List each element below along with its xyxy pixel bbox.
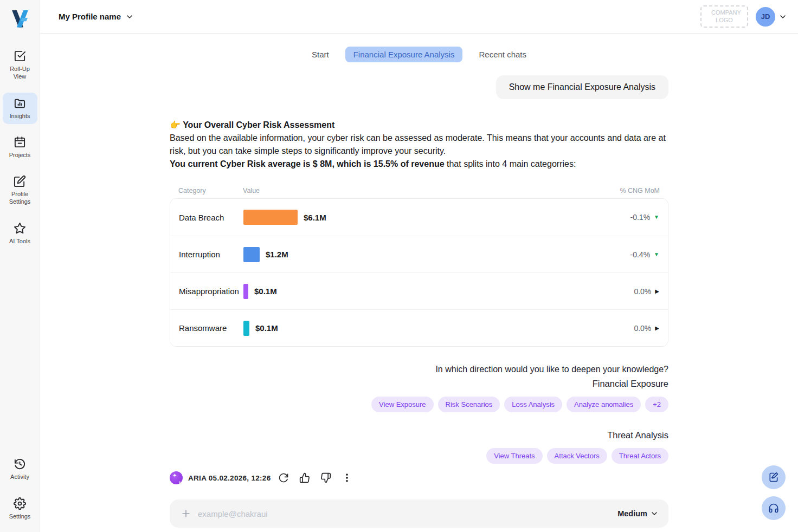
table-row: Data Breach $6.1M -0.1%▼	[170, 199, 668, 236]
assistant-message: 👉 Your Overall Cyber Risk Assessment Bas…	[170, 119, 668, 528]
followup-question: In which direction would you like to dee…	[170, 364, 668, 375]
chip-risk-scenarios[interactable]: Risk Scenarios	[438, 397, 500, 412]
agent-name: ARIA	[188, 474, 207, 482]
chip-view-exposure[interactable]: View Exposure	[371, 397, 433, 412]
user-menu[interactable]: JD	[756, 7, 787, 27]
chip-view-threats[interactable]: View Threats	[486, 448, 542, 464]
table-row: Misappropriation $0.1M 0.0%▶	[170, 273, 668, 309]
timestamp: 05.02.2026, 12:26	[209, 474, 271, 482]
column-value: Value	[243, 187, 260, 194]
gear-icon	[14, 497, 26, 510]
value-bar	[243, 210, 298, 225]
company-logo-placeholder[interactable]: COMPANY LOGO	[700, 5, 748, 28]
trend-flat-icon: ▶	[655, 289, 659, 294]
chat-tabs: Start Financial Exposure Analysis Recent…	[170, 47, 668, 62]
column-cng-mom: % CNG MoM	[620, 187, 660, 194]
sidebar-item-label: Roll-Up View	[4, 65, 36, 81]
plus-icon[interactable]	[181, 508, 191, 519]
profile-name-label: My Profile name	[59, 12, 121, 21]
kebab-menu-icon[interactable]	[342, 472, 352, 483]
insights-folder-chart-icon	[14, 97, 26, 109]
main-area: Start Financial Exposure Analysis Recent…	[40, 34, 798, 532]
support-fab-button[interactable]	[762, 496, 786, 520]
app-logo-icon[interactable]	[9, 7, 31, 29]
size-selector-dropdown[interactable]: Medium	[617, 509, 659, 518]
chip-attack-vectors[interactable]: Attack Vectors	[547, 448, 607, 464]
regenerate-icon[interactable]	[278, 472, 289, 483]
chip-more[interactable]: +2	[645, 397, 668, 412]
risk-table: Data Breach $6.1M -0.1%▼ Interruption $1…	[170, 198, 668, 347]
avatar[interactable]: JD	[756, 7, 775, 27]
category-label: Data Breach	[179, 213, 243, 222]
calendar-icon	[14, 136, 26, 148]
rollup-check-icon	[14, 50, 26, 62]
profile-name-dropdown[interactable]: My Profile name	[59, 12, 134, 21]
summary-rest: that splits into 4 main categorries:	[445, 159, 576, 168]
group-title-financial-exposure: Financial Exposure	[170, 377, 668, 390]
assessment-heading: Your Overall Cyber Risk Assessment	[183, 120, 334, 129]
message-meta: ✦✦ ARIA 05.02.2026, 12:26	[170, 471, 668, 484]
sidebar-item-insights[interactable]: Insights	[3, 93, 37, 124]
summary-bold: You current Cyber Risk average is $ 8M, …	[170, 159, 445, 168]
aria-sparkle-avatar-icon: ✦✦	[170, 471, 183, 484]
change-value: 0.0%	[634, 324, 651, 333]
change-cell: 0.0%▶	[634, 287, 659, 296]
value-label: $0.1M	[255, 323, 278, 333]
tab-recent-chats[interactable]: Recent chats	[477, 47, 529, 62]
risk-table-header: Category Value % CNG MoM	[170, 187, 668, 194]
sidebar-item-label: Insights	[10, 112, 30, 120]
chat-input[interactable]	[198, 509, 617, 518]
change-cell: -0.4%▼	[630, 250, 659, 259]
sidebar-item-projects[interactable]: Projects	[3, 132, 37, 163]
chip-loss-analysis[interactable]: Loss Analysis	[504, 397, 562, 412]
thumbs-down-icon[interactable]	[320, 472, 331, 483]
chevron-down-icon	[650, 509, 659, 518]
change-cell: 0.0%▶	[634, 324, 659, 333]
value-bar	[243, 284, 248, 299]
headphones-icon	[768, 503, 779, 514]
followup-suggestions: In which direction would you like to dee…	[170, 364, 668, 464]
feedback-fab-button[interactable]	[762, 465, 786, 489]
sidebar-item-label: Projects	[9, 151, 31, 159]
sidebar-item-activity[interactable]: Activity	[3, 453, 37, 485]
group-title-threat-analysis: Threat Analysis	[170, 429, 668, 442]
change-value: 0.0%	[634, 287, 651, 296]
sidebar-item-profile-settings[interactable]: Profile Settings	[3, 171, 37, 210]
change-cell: -0.1%▼	[630, 213, 659, 222]
trend-down-icon: ▼	[654, 252, 659, 257]
chip-analyze-anomalies[interactable]: Analyze anomalies	[567, 397, 641, 412]
tab-start[interactable]: Start	[310, 47, 331, 62]
table-row: Interruption $1.2M -0.4%▼	[170, 236, 668, 273]
category-label: Ransomware	[179, 323, 243, 333]
value-label: $1.2M	[266, 250, 288, 259]
chevron-down-icon	[125, 12, 134, 21]
edit-square-icon	[14, 175, 26, 187]
threat-analysis-chips: View Threats Attack Vectors Threat Actor…	[170, 448, 668, 464]
trend-down-icon: ▼	[654, 215, 659, 220]
sidebar-item-settings[interactable]: Settings	[3, 493, 37, 524]
sidebar-item-label: Profile Settings	[4, 190, 36, 206]
sidebar-item-label: AI Tools	[9, 237, 30, 245]
sidebar: Roll-Up View Insights Projects Profile S…	[0, 0, 40, 532]
value-label: $6.1M	[304, 213, 326, 222]
trend-flat-icon: ▶	[655, 326, 659, 331]
chevron-down-icon	[778, 12, 787, 21]
value-label: $0.1M	[254, 287, 277, 296]
agent-timestamp: ARIA 05.02.2026, 12:26	[188, 474, 271, 482]
change-value: -0.4%	[630, 250, 651, 259]
value-bar	[243, 247, 260, 262]
pointing-finger-emoji: 👉	[170, 120, 181, 129]
tab-financial-exposure-analysis[interactable]: Financial Exposure Analysis	[345, 47, 463, 62]
compose-note-icon	[768, 472, 779, 483]
sidebar-item-ai-tools[interactable]: AI Tools	[3, 218, 37, 249]
message-actions	[278, 472, 352, 483]
assessment-summary: You current Cyber Risk average is $ 8M, …	[170, 158, 668, 171]
user-message-bubble: Show me Financial Exposure Analysis	[496, 75, 668, 99]
value-bar	[243, 321, 249, 336]
sidebar-item-rollup-view[interactable]: Roll-Up View	[3, 46, 37, 85]
chip-threat-actors[interactable]: Threat Actors	[612, 448, 668, 464]
category-label: Misappropriation	[179, 287, 243, 296]
table-row: Ransomware $0.1M 0.0%▶	[170, 309, 668, 346]
thumbs-up-icon[interactable]	[299, 472, 310, 483]
history-icon	[14, 458, 26, 470]
